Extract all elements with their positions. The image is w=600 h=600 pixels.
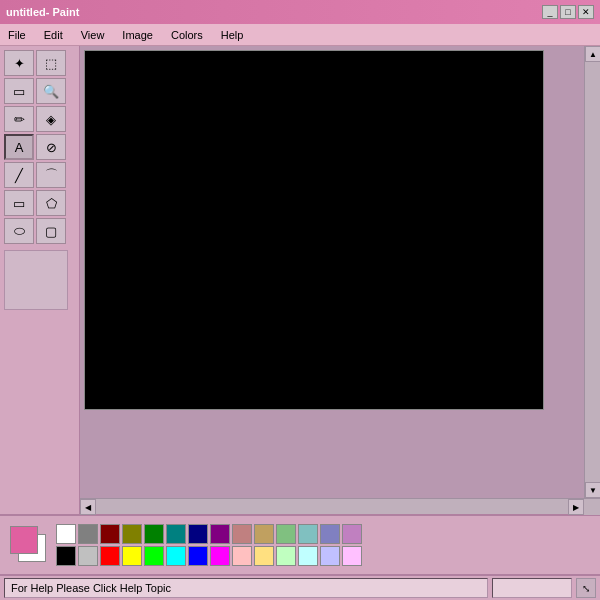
title-bar: untitled- Paint _ □ ✕	[0, 0, 600, 24]
palette-color-20[interactable]	[276, 524, 296, 544]
palette-color-17[interactable]	[232, 546, 252, 566]
palette-color-9[interactable]	[144, 546, 164, 566]
scrollbar-corner	[584, 499, 600, 515]
tool-rounded-rect[interactable]: ▢	[36, 218, 66, 244]
canvas-container	[80, 46, 584, 498]
palette-color-22[interactable]	[298, 524, 318, 544]
menu-view[interactable]: View	[77, 28, 109, 42]
color-palette	[56, 524, 362, 566]
tool-free-select[interactable]: ✦	[4, 50, 34, 76]
window-title: untitled- Paint	[6, 6, 79, 18]
palette-color-25[interactable]	[320, 546, 340, 566]
scrollbar-horizontal: ◀ ▶	[80, 498, 600, 514]
scroll-v-track[interactable]	[585, 62, 600, 482]
minimize-button[interactable]: _	[542, 5, 558, 19]
tool-pencil[interactable]: ✏	[4, 106, 34, 132]
palette-color-16[interactable]	[232, 524, 252, 544]
palette-color-3[interactable]	[78, 546, 98, 566]
tool-rect-select[interactable]: ⬚	[36, 50, 66, 76]
tool-curve[interactable]: ⌒	[36, 162, 66, 188]
title-buttons: _ □ ✕	[542, 5, 594, 19]
menu-image[interactable]: Image	[118, 28, 157, 42]
resize-icon: ⤡	[576, 578, 596, 598]
palette-color-6[interactable]	[122, 524, 142, 544]
palette-color-27[interactable]	[342, 546, 362, 566]
tool-eraser[interactable]: ▭	[4, 78, 34, 104]
tool-eyedropper[interactable]: ⊘	[36, 134, 66, 160]
tool-text[interactable]: A	[4, 134, 34, 160]
tool-polygon[interactable]: ⬠	[36, 190, 66, 216]
menu-help[interactable]: Help	[217, 28, 248, 42]
tool-options	[4, 250, 68, 310]
status-bar: For Help Please Click Help Topic ⤡	[0, 574, 600, 600]
scroll-left-button[interactable]: ◀	[80, 499, 96, 515]
scroll-up-button[interactable]: ▲	[585, 46, 600, 62]
palette-color-15[interactable]	[210, 546, 230, 566]
foreground-color-box[interactable]	[10, 526, 38, 554]
palette-color-14[interactable]	[210, 524, 230, 544]
palette-color-4[interactable]	[100, 524, 120, 544]
close-button[interactable]: ✕	[578, 5, 594, 19]
palette-color-26[interactable]	[342, 524, 362, 544]
tool-magnifier[interactable]: 🔍	[36, 78, 66, 104]
menu-colors[interactable]: Colors	[167, 28, 207, 42]
scroll-right-button[interactable]: ▶	[568, 499, 584, 515]
palette-color-12[interactable]	[188, 524, 208, 544]
status-size	[492, 578, 572, 598]
scroll-down-button[interactable]: ▼	[585, 482, 600, 498]
status-text: For Help Please Click Help Topic	[4, 578, 488, 598]
palette-color-23[interactable]	[298, 546, 318, 566]
palette-color-0[interactable]	[56, 524, 76, 544]
help-text: For Help Please Click Help Topic	[11, 582, 171, 594]
main-area: ✦ ⬚ ▭ 🔍 ✏ ◈ A ⊘ ╱ ⌒ ▭ ⬠ ⬭ ▢ ▲ ▼	[0, 46, 600, 514]
canvas-scroll-area: ▲ ▼	[80, 46, 600, 498]
palette-color-10[interactable]	[166, 524, 186, 544]
tool-grid: ✦ ⬚ ▭ 🔍 ✏ ◈ A ⊘ ╱ ⌒ ▭ ⬠ ⬭ ▢	[4, 50, 75, 244]
maximize-button[interactable]: □	[560, 5, 576, 19]
color-selector	[8, 524, 50, 566]
menu-edit[interactable]: Edit	[40, 28, 67, 42]
palette-color-8[interactable]	[144, 524, 164, 544]
tool-fill[interactable]: ◈	[36, 106, 66, 132]
tool-ellipse[interactable]: ⬭	[4, 218, 34, 244]
palette-color-19[interactable]	[254, 546, 274, 566]
scroll-h-track[interactable]	[96, 499, 568, 514]
scrollbar-vertical: ▲ ▼	[584, 46, 600, 498]
drawing-canvas[interactable]	[84, 50, 544, 410]
palette-bar	[0, 514, 600, 574]
toolbox: ✦ ⬚ ▭ 🔍 ✏ ◈ A ⊘ ╱ ⌒ ▭ ⬠ ⬭ ▢	[0, 46, 80, 514]
palette-color-21[interactable]	[276, 546, 296, 566]
menu-file[interactable]: File	[4, 28, 30, 42]
palette-color-18[interactable]	[254, 524, 274, 544]
palette-color-1[interactable]	[56, 546, 76, 566]
palette-color-24[interactable]	[320, 524, 340, 544]
canvas-wrapper: ▲ ▼ ◀ ▶	[80, 46, 600, 514]
palette-color-13[interactable]	[188, 546, 208, 566]
palette-color-5[interactable]	[100, 546, 120, 566]
palette-color-7[interactable]	[122, 546, 142, 566]
resize-grip-icon: ⤡	[582, 583, 590, 594]
palette-color-2[interactable]	[78, 524, 98, 544]
tool-line[interactable]: ╱	[4, 162, 34, 188]
menu-bar: File Edit View Image Colors Help	[0, 24, 600, 46]
tool-rectangle[interactable]: ▭	[4, 190, 34, 216]
palette-color-11[interactable]	[166, 546, 186, 566]
